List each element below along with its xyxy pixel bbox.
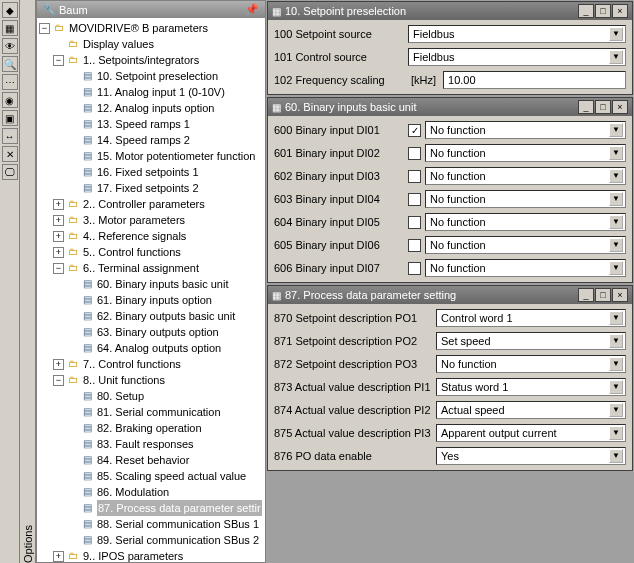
chevron-down-icon[interactable]: ▼ bbox=[609, 123, 623, 137]
dropdown[interactable]: Actual speed▼ bbox=[436, 401, 626, 419]
tree-title-bar[interactable]: 🔧 Baum 📌 bbox=[37, 1, 265, 18]
panel-title-bar[interactable]: ▦10. Setpoint preselection_□× bbox=[268, 2, 632, 20]
tree-item[interactable]: ▤82. Braking operation bbox=[67, 420, 265, 436]
tree-item[interactable]: −🗀1.. Setpoints/integrators bbox=[53, 52, 265, 68]
tree-body[interactable]: −🗀MOVIDRIVE® B parameters🗀Display values… bbox=[37, 18, 265, 562]
collapse-icon[interactable]: − bbox=[53, 375, 64, 386]
tool-button-8[interactable]: ↔ bbox=[2, 128, 18, 144]
checkbox[interactable]: ✓ bbox=[408, 124, 421, 137]
dropdown[interactable]: Status word 1▼ bbox=[436, 378, 626, 396]
dropdown[interactable]: Yes▼ bbox=[436, 447, 626, 465]
minimize-button[interactable]: _ bbox=[578, 4, 594, 18]
options-sidebar[interactable]: Options bbox=[20, 0, 36, 563]
tool-button-7[interactable]: ▣ bbox=[2, 110, 18, 126]
tree-item[interactable]: ▤64. Analog outputs option bbox=[67, 340, 265, 356]
dropdown[interactable]: Fieldbus▼ bbox=[408, 48, 626, 66]
chevron-down-icon[interactable]: ▼ bbox=[609, 146, 623, 160]
chevron-down-icon[interactable]: ▼ bbox=[609, 261, 623, 275]
tree-item[interactable]: ▤62. Binary outputs basic unit bbox=[67, 308, 265, 324]
checkbox[interactable] bbox=[408, 147, 421, 160]
tree-item[interactable]: +🗀2.. Controller parameters bbox=[53, 196, 265, 212]
maximize-button[interactable]: □ bbox=[595, 4, 611, 18]
dropdown[interactable]: Fieldbus▼ bbox=[408, 25, 626, 43]
dropdown[interactable]: Set speed▼ bbox=[436, 332, 626, 350]
dropdown[interactable]: No function▼ bbox=[436, 355, 626, 373]
dropdown[interactable]: No function▼ bbox=[425, 190, 626, 208]
checkbox[interactable] bbox=[408, 216, 421, 229]
tool-button-1[interactable]: ◆ bbox=[2, 2, 18, 18]
tool-button-5[interactable]: ⋯ bbox=[2, 74, 18, 90]
expand-icon[interactable]: + bbox=[53, 247, 64, 258]
expand-icon[interactable]: + bbox=[53, 199, 64, 210]
tree-item[interactable]: ▤63. Binary outputs option bbox=[67, 324, 265, 340]
chevron-down-icon[interactable]: ▼ bbox=[609, 357, 623, 371]
tree-item[interactable]: −🗀MOVIDRIVE® B parameters bbox=[39, 20, 265, 36]
tree-item[interactable]: +🗀7.. Control functions bbox=[53, 356, 265, 372]
chevron-down-icon[interactable]: ▼ bbox=[609, 215, 623, 229]
dropdown[interactable]: No function▼ bbox=[425, 213, 626, 231]
maximize-button[interactable]: □ bbox=[595, 100, 611, 114]
collapse-icon[interactable]: − bbox=[39, 23, 50, 34]
chevron-down-icon[interactable]: ▼ bbox=[609, 27, 623, 41]
tree-item[interactable]: +🗀5.. Control functions bbox=[53, 244, 265, 260]
chevron-down-icon[interactable]: ▼ bbox=[609, 403, 623, 417]
checkbox[interactable] bbox=[408, 193, 421, 206]
expand-icon[interactable]: + bbox=[53, 215, 64, 226]
collapse-icon[interactable]: − bbox=[53, 55, 64, 66]
chevron-down-icon[interactable]: ▼ bbox=[609, 50, 623, 64]
dropdown[interactable]: No function▼ bbox=[425, 167, 626, 185]
tool-button-10[interactable]: 🖵 bbox=[2, 164, 18, 180]
tree-item[interactable]: +🗀4.. Reference signals bbox=[53, 228, 265, 244]
tree-item[interactable]: ▤15. Motor potentiometer function bbox=[67, 148, 265, 164]
panel-title-bar[interactable]: ▦87. Process data parameter setting_□× bbox=[268, 286, 632, 304]
expand-icon[interactable]: + bbox=[53, 359, 64, 370]
tree-item[interactable]: 🗀Display values bbox=[53, 36, 265, 52]
chevron-down-icon[interactable]: ▼ bbox=[609, 334, 623, 348]
tree-item[interactable]: ▤13. Speed ramps 1 bbox=[67, 116, 265, 132]
tree-item[interactable]: ▤84. Reset behavior bbox=[67, 452, 265, 468]
dropdown[interactable]: Control word 1▼ bbox=[436, 309, 626, 327]
tree-item[interactable]: ▤87. Process data parameter settir bbox=[67, 500, 265, 516]
dropdown[interactable]: No function▼ bbox=[425, 144, 626, 162]
minimize-button[interactable]: _ bbox=[578, 100, 594, 114]
tree-item[interactable]: ▤17. Fixed setpoints 2 bbox=[67, 180, 265, 196]
tree-item[interactable]: −🗀8.. Unit functions bbox=[53, 372, 265, 388]
dropdown[interactable]: No function▼ bbox=[425, 236, 626, 254]
tree-item[interactable]: ▤11. Analog input 1 (0-10V) bbox=[67, 84, 265, 100]
close-button[interactable]: × bbox=[612, 100, 628, 114]
tree-item[interactable]: ▤86. Modulation bbox=[67, 484, 265, 500]
tree-item[interactable]: ▤60. Binary inputs basic unit bbox=[67, 276, 265, 292]
tree-item[interactable]: −🗀6.. Terminal assignment bbox=[53, 260, 265, 276]
tree-item[interactable]: ▤12. Analog inputs option bbox=[67, 100, 265, 116]
tree-item[interactable]: ▤81. Serial communication bbox=[67, 404, 265, 420]
tree-item[interactable]: ▤61. Binary inputs option bbox=[67, 292, 265, 308]
collapse-icon[interactable]: − bbox=[53, 263, 64, 274]
dropdown[interactable]: No function▼ bbox=[425, 121, 626, 139]
tree-item[interactable]: ▤89. Serial communication SBus 2 bbox=[67, 532, 265, 548]
chevron-down-icon[interactable]: ▼ bbox=[609, 169, 623, 183]
tree-item[interactable]: ▤16. Fixed setpoints 1 bbox=[67, 164, 265, 180]
tool-button-6[interactable]: ◉ bbox=[2, 92, 18, 108]
checkbox[interactable] bbox=[408, 239, 421, 252]
chevron-down-icon[interactable]: ▼ bbox=[609, 426, 623, 440]
tree-item[interactable]: +🗀3.. Motor parameters bbox=[53, 212, 265, 228]
expand-icon[interactable]: + bbox=[53, 231, 64, 242]
tool-button-3[interactable]: 👁 bbox=[2, 38, 18, 54]
tool-button-4[interactable]: 🔍 bbox=[2, 56, 18, 72]
tree-item[interactable]: +🗀9.. IPOS parameters bbox=[53, 548, 265, 562]
checkbox[interactable] bbox=[408, 170, 421, 183]
expand-icon[interactable]: + bbox=[53, 551, 64, 562]
tool-button-2[interactable]: ▦ bbox=[2, 20, 18, 36]
dropdown[interactable]: Apparent output current▼ bbox=[436, 424, 626, 442]
tree-item[interactable]: ▤10. Setpoint preselection bbox=[67, 68, 265, 84]
close-button[interactable]: × bbox=[612, 288, 628, 302]
tree-item[interactable]: ▤14. Speed ramps 2 bbox=[67, 132, 265, 148]
dropdown[interactable]: No function▼ bbox=[425, 259, 626, 277]
minimize-button[interactable]: _ bbox=[578, 288, 594, 302]
close-button[interactable]: × bbox=[612, 4, 628, 18]
chevron-down-icon[interactable]: ▼ bbox=[609, 380, 623, 394]
text-input[interactable]: 10.00 bbox=[443, 71, 626, 89]
maximize-button[interactable]: □ bbox=[595, 288, 611, 302]
tree-item[interactable]: ▤88. Serial communication SBus 1 bbox=[67, 516, 265, 532]
checkbox[interactable] bbox=[408, 262, 421, 275]
